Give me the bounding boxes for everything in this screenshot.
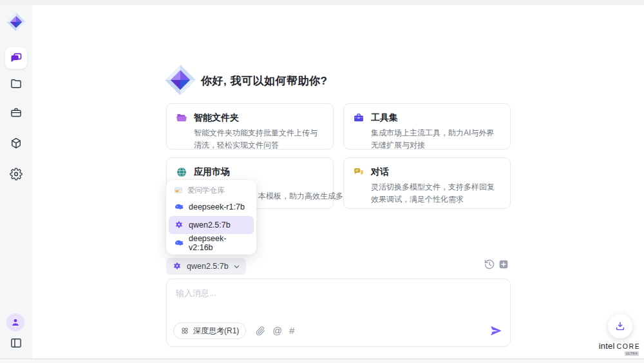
intel-badge: ultra [625, 351, 639, 356]
card-dialogue[interactable]: 对话 灵活切换多模型文件，支持多样回复效果调试，满足个性化需求 [343, 157, 511, 209]
deepseek-icon [174, 238, 184, 248]
chat-icon [10, 52, 23, 64]
model-selector-button[interactable]: qwen2.5:7b [166, 258, 246, 275]
window-bottom-frame [0, 358, 644, 363]
deep-think-button[interactable]: 深度思考(R1) [173, 322, 246, 339]
dialogue-icon [353, 166, 365, 178]
greeting-title: 你好, 我可以如何帮助你? [201, 74, 327, 88]
deep-think-label: 深度思考(R1) [193, 326, 239, 337]
sidebar-item-profile[interactable] [6, 313, 24, 331]
user-icon [10, 317, 21, 328]
paperclip-icon[interactable] [256, 326, 265, 336]
window-top-frame [0, 0, 644, 5]
repository-icon [174, 186, 183, 195]
card-title: 工具集 [371, 112, 398, 124]
atom-icon [180, 326, 189, 335]
card-desc: 灵活切换多模型文件，支持多样回复效果调试，满足个性化需求 [371, 181, 501, 205]
app-market-icon [176, 166, 187, 178]
model-option-label: deepseek-r1:7b [189, 202, 245, 211]
sidebar-item-toolbox[interactable] [10, 106, 23, 119]
card-title: 智能文件夹 [194, 112, 239, 124]
history-icon[interactable] [484, 259, 495, 270]
chevron-down-icon [233, 263, 240, 270]
gear-icon [10, 168, 23, 181]
sidebar-collapse-button[interactable] [10, 337, 23, 349]
card-desc: 本模板，助力高效生成多 [258, 190, 343, 202]
briefcase-icon [10, 106, 23, 119]
app-logo [5, 10, 28, 34]
repository-label: 爱问学仓库 [187, 186, 225, 195]
sidebar-item-chat[interactable] [5, 47, 27, 69]
greeting-logo [164, 63, 197, 97]
download-icon [614, 320, 626, 332]
cube-icon [10, 137, 23, 150]
send-icon[interactable] [489, 324, 502, 337]
model-option-deepseek-r1[interactable]: deepseek-r1:7b [169, 198, 254, 216]
model-dropdown: 爱问学仓库 deepseek-r1:7b qwen2.5:7b deepseek… [166, 180, 256, 255]
model-option-label: deepseek-v2:16b [189, 234, 249, 252]
panel-toggle-icon [10, 337, 23, 349]
folder-icon [10, 77, 23, 90]
sidebar-item-folders[interactable] [10, 77, 23, 90]
smart-folder-icon [176, 112, 187, 124]
mention-icon[interactable]: @ [272, 326, 282, 336]
download-fab-button[interactable] [608, 314, 632, 338]
card-desc: 智能文件夹功能支持批量文件上传与清洗，轻松实现文件问答 [194, 127, 324, 151]
intel-core-logo: intel core ultra [596, 341, 643, 356]
card-title: 应用市场 [194, 166, 230, 178]
model-selector-label: qwen2.5:7b [187, 262, 229, 271]
core-wordmark: core [617, 342, 641, 350]
model-dropdown-header: 爱问学仓库 [169, 182, 254, 198]
model-option-qwen[interactable]: qwen2.5:7b [169, 216, 254, 234]
qwen-icon [174, 220, 184, 230]
qwen-icon [172, 261, 182, 271]
new-chat-icon[interactable] [498, 259, 509, 270]
card-toolset[interactable]: 工具集 集成市场上主流工具，助力AI与外界无缝扩展与对接 [343, 103, 511, 150]
toolset-icon [353, 112, 365, 124]
model-option-deepseek-v2[interactable]: deepseek-v2:16b [169, 234, 254, 252]
card-title: 对话 [371, 166, 389, 178]
intel-wordmark: intel [599, 341, 615, 351]
card-desc: 集成市场上主流工具，助力AI与外界无缝扩展与对接 [371, 127, 501, 151]
card-smart-folder[interactable]: 智能文件夹 智能文件夹功能支持批量文件上传与清洗，轻松实现文件问答 [166, 103, 334, 150]
deepseek-icon [174, 202, 184, 212]
sidebar [0, 5, 32, 358]
message-input-placeholder: 输入消息... [176, 288, 216, 299]
model-option-label: qwen2.5:7b [189, 221, 231, 230]
hashtag-icon[interactable]: # [289, 326, 294, 336]
sidebar-item-settings[interactable] [10, 168, 23, 181]
message-input[interactable]: 输入消息... 深度思考(R1) @ # [166, 279, 511, 347]
sidebar-item-models[interactable] [10, 137, 23, 150]
